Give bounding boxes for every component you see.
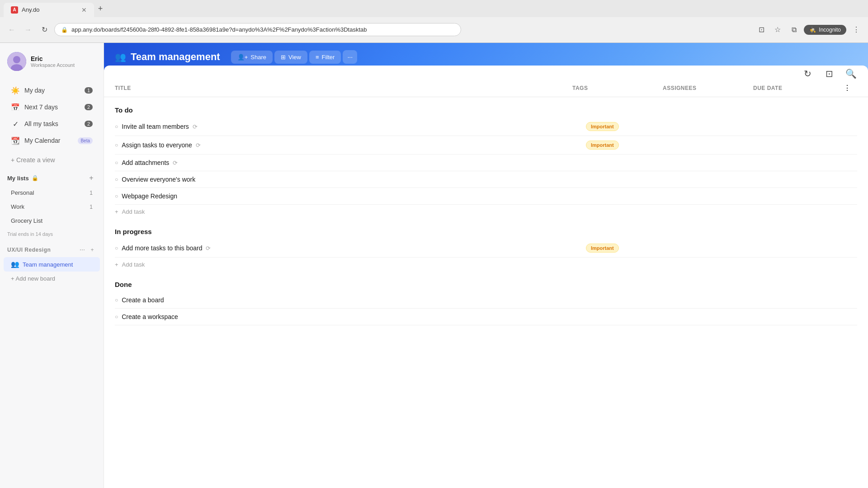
cast-icon[interactable]: ⊡ (755, 23, 768, 36)
task-checkbox-icon: ○ (115, 193, 118, 199)
workspace-name: UX/UI Redesign (7, 247, 51, 253)
sidebar-nav: ☀️ My day 1 📅 Next 7 days 2 ✓ All my tas… (0, 80, 104, 151)
add-task-in-progress-button[interactable]: + Add task (115, 258, 857, 272)
sidebar-all-tasks-label: All my tasks (24, 120, 58, 127)
workspace-add-icon[interactable]: + (88, 246, 96, 254)
close-tab-button[interactable]: ✕ (81, 6, 87, 14)
work-count: 1 (90, 204, 93, 210)
new-tab-button[interactable]: + (94, 3, 107, 15)
sidebar-item-my-day[interactable]: ☀️ My day 1 (4, 82, 100, 99)
workspace-section: UX/UI Redesign ⋯ + 👥 Team management + A… (0, 240, 104, 287)
board-emoji: 👥 (115, 52, 126, 62)
toolbar-right: ⊡ ☆ ⧉ 🕵 Incognito ⋮ (755, 23, 863, 36)
more-options-button[interactable]: ··· (343, 50, 357, 64)
task-checkbox-icon: ○ (115, 160, 118, 166)
check-icon: ✓ (11, 119, 20, 128)
sidebar-next-7-label: Next 7 days (24, 103, 58, 111)
svg-point-1 (13, 56, 20, 63)
my-lists-label: My lists (7, 175, 29, 182)
user-profile[interactable]: Eric Workspace Account (0, 43, 104, 80)
trial-notice: Trial ends in 14 days (0, 228, 104, 240)
grocery-label: Grocery List (11, 217, 42, 224)
share-label: Share (250, 54, 266, 61)
refresh-button[interactable]: ↻ (38, 23, 51, 36)
task-title-create-workspace: ○ Create a workspace (115, 313, 586, 320)
col-header-title: TITLE (115, 80, 572, 96)
main-content: 👥 Team management 👤+ Share ⊞ View ≡ Filt… (104, 43, 868, 488)
task-title-assign: ○ Assign tasks to everyone ⟳ (115, 141, 586, 149)
filter-button[interactable]: ≡ Filter (309, 51, 341, 64)
col-header-assignees: ASSIGNEES (663, 80, 753, 96)
add-task-label: Add task (122, 261, 145, 268)
sidebar-item-personal[interactable]: Personal 1 (4, 186, 100, 199)
table-row[interactable]: ○ Overview everyone's work (115, 171, 857, 188)
workspace-actions: ⋯ + (78, 246, 96, 254)
work-label: Work (11, 203, 24, 210)
user-subtitle: Workspace Account (31, 62, 75, 68)
task-repeat-icon[interactable]: ⟳ (206, 245, 211, 252)
sidebar-item-grocery-list[interactable]: Grocery List (4, 214, 100, 227)
address-bar[interactable]: 🔒 app.any.do/boards/f245600a-28f0-4892-8… (54, 23, 461, 36)
task-repeat-icon[interactable]: ⟳ (173, 160, 178, 166)
top-right-actions: ↻ ⊡ 🔍 (799, 66, 859, 82)
view-button[interactable]: ⊞ View (274, 51, 307, 64)
tab-favicon: A (11, 6, 18, 14)
columns-settings-icon[interactable]: ⋮ (844, 84, 851, 92)
table-row[interactable]: ○ Assign tasks to everyone ⟳ Important (115, 136, 857, 155)
sidebar-item-all-tasks[interactable]: ✓ All my tasks 2 (4, 116, 100, 132)
task-title-text: Assign tasks to everyone (122, 141, 192, 149)
section-in-progress: In progress ○ Add more tasks to this boa… (104, 219, 868, 272)
incognito-label: Incognito (819, 27, 841, 33)
share-button[interactable]: 👤+ Share (231, 51, 273, 64)
active-tab[interactable]: A Any.do ✕ (4, 3, 94, 17)
table-row[interactable]: ○ Add more tasks to this board ⟳ Importa… (115, 239, 857, 258)
table-row[interactable]: ○ Invite all team members ⟳ Important (115, 117, 857, 136)
table-row[interactable]: ○ Create a board (115, 292, 857, 309)
add-list-button[interactable]: + (86, 173, 96, 183)
add-board-button[interactable]: + Add new board (4, 272, 100, 285)
sidebar-item-next-7-days[interactable]: 📅 Next 7 days 2 (4, 99, 100, 115)
add-task-plus-icon: + (115, 208, 118, 215)
personal-label: Personal (11, 189, 34, 196)
task-repeat-icon[interactable]: ⟳ (193, 123, 198, 130)
add-task-label: Add task (122, 208, 145, 215)
task-title-text: Create a board (122, 296, 164, 304)
board-item-team-management[interactable]: 👥 Team management (4, 257, 100, 272)
board-label: Team management (23, 261, 73, 268)
task-title-text: Overview everyone's work (122, 176, 195, 183)
back-button[interactable]: ← (5, 23, 18, 36)
sidebar-item-work[interactable]: Work 1 (4, 200, 100, 213)
workspace-more-icon[interactable]: ⋯ (78, 246, 86, 254)
task-checkbox-icon: ○ (115, 176, 118, 183)
add-task-todo-button[interactable]: + Add task (115, 205, 857, 219)
col-header-tags: TAGS (572, 80, 663, 96)
extensions-icon[interactable]: ⧉ (788, 23, 800, 36)
search-icon[interactable]: 🔍 (843, 66, 859, 82)
task-repeat-icon[interactable]: ⟳ (196, 142, 201, 149)
create-view-item[interactable]: + Create a view (4, 153, 100, 167)
user-info: Eric Workspace Account (31, 55, 75, 68)
app-container: Eric Workspace Account ☀️ My day 1 📅 Nex… (0, 43, 868, 488)
task-tags-invite: Important (586, 122, 676, 131)
task-title-overview: ○ Overview everyone's work (115, 176, 586, 183)
user-name: Eric (31, 55, 75, 62)
task-title-text: Add more tasks to this board (122, 244, 202, 252)
table-row[interactable]: ○ Webpage Redesign (115, 188, 857, 205)
layout-icon[interactable]: ⊡ (821, 66, 837, 82)
table-row[interactable]: ○ Create a workspace (115, 309, 857, 325)
avatar (7, 52, 26, 71)
board-title-area: 👥 Team management (115, 51, 220, 63)
bookmark-star-icon[interactable]: ☆ (771, 23, 784, 36)
incognito-button[interactable]: 🕵 Incognito (804, 25, 846, 35)
more-options-icon[interactable]: ⋮ (850, 23, 863, 36)
board-title: Team management (131, 51, 220, 63)
sidebar-item-calendar[interactable]: 📆 My Calendar Beta (4, 132, 100, 149)
task-title-text: Webpage Redesign (122, 192, 177, 200)
forward-button[interactable]: → (22, 23, 34, 36)
tab-title: Any.do (22, 6, 40, 13)
refresh-board-icon[interactable]: ↻ (799, 66, 816, 82)
browser-chrome: A Any.do ✕ + ← → ↻ 🔒 app.any.do/boards/f… (0, 0, 868, 43)
table-row[interactable]: ○ Add attachments ⟳ (115, 155, 857, 171)
view-icon: ⊞ (281, 54, 286, 61)
board-header: 👥 Team management 👤+ Share ⊞ View ≡ Filt… (104, 43, 868, 79)
